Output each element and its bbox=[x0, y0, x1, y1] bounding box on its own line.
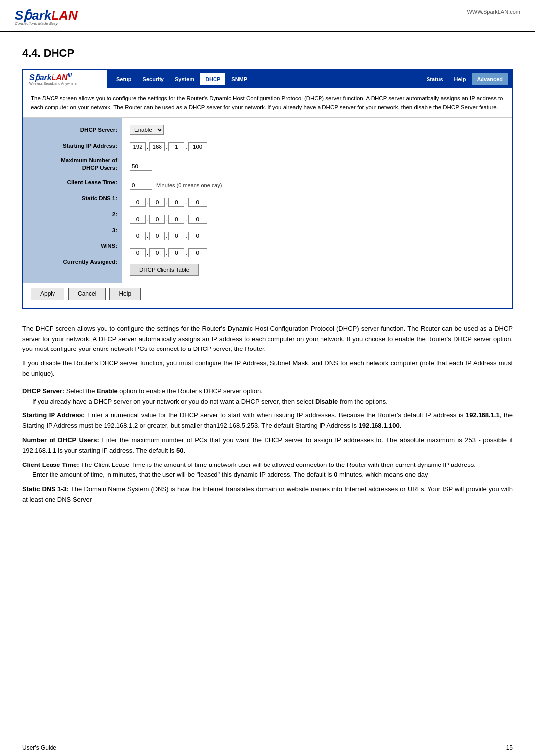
ip-part-3[interactable] bbox=[168, 142, 184, 151]
section-title: 4.4. DHCP bbox=[22, 47, 513, 59]
row-assigned: DHCP Clients Table bbox=[130, 262, 504, 278]
ip-part-1[interactable] bbox=[130, 142, 146, 151]
term-num-users: Number of DHCP Users: bbox=[22, 436, 99, 444]
nav-system[interactable]: System bbox=[170, 73, 199, 85]
dns2-part-2[interactable] bbox=[149, 215, 165, 224]
label-lease-time: Client Lease Time: bbox=[23, 174, 122, 190]
dns3-part-1[interactable] bbox=[130, 232, 146, 240]
row-dns1: . . . bbox=[130, 194, 504, 210]
nav-advanced[interactable]: Advanced bbox=[472, 73, 508, 85]
row-wins: . . . bbox=[130, 245, 504, 261]
dns1-part-2[interactable] bbox=[149, 198, 165, 207]
ip-dot-3: . bbox=[185, 144, 187, 150]
term-dns-text: The Domain Name System (DNS) is how the … bbox=[22, 485, 513, 503]
max-users-input[interactable] bbox=[130, 162, 152, 171]
dhcp-server-sub: If you already have a DHCP server on you… bbox=[32, 397, 513, 407]
nav-snmp[interactable]: SNMP bbox=[226, 73, 252, 85]
description-area: The DHCP screen allows you to configure … bbox=[23, 88, 512, 118]
header-logo: SƥarkLAN Connections Made Easy bbox=[15, 9, 78, 26]
row-lease-time: Minutes (0 means one day) bbox=[130, 177, 504, 193]
list-item-starting-ip: Starting IP Address: Enter a numerical v… bbox=[22, 410, 513, 431]
footer-right: 15 bbox=[506, 744, 513, 751]
footer-left: User's Guide bbox=[22, 744, 56, 751]
form-area: DHCP Server: Starting IP Address: Maximu… bbox=[23, 118, 512, 283]
list-item-dns: Static DNS 1-3: The Domain Name System (… bbox=[22, 484, 513, 505]
nav-security[interactable]: Security bbox=[138, 73, 169, 85]
nav-status[interactable]: Status bbox=[422, 73, 448, 85]
apply-button[interactable]: Apply bbox=[31, 288, 64, 300]
nav-help[interactable]: Help bbox=[449, 73, 471, 85]
lease-time-hint: Minutes (0 means one day) bbox=[156, 182, 222, 188]
ip-dot-1: . bbox=[147, 144, 148, 150]
dns2-part-4[interactable] bbox=[188, 215, 207, 224]
form-inputs: Enable Disable . . . bbox=[122, 118, 512, 283]
dns3-part-4[interactable] bbox=[188, 232, 207, 240]
body-para-1: The DHCP screen allows you to configure … bbox=[22, 324, 513, 354]
lease-time-sub: Enter the amount of time, in minutes, th… bbox=[32, 470, 513, 480]
description-text: The DHCP screen allows you to configure … bbox=[31, 95, 503, 110]
term-dhcp-server-text: Select the Enable option to enable the R… bbox=[66, 387, 263, 395]
label-dhcp-server: DHCP Server: bbox=[23, 122, 122, 138]
row-dns2: . . . bbox=[130, 211, 504, 227]
dns2-part-1[interactable] bbox=[130, 215, 146, 224]
term-starting-ip-text: Enter a numerical value for the DHCP ser… bbox=[22, 411, 513, 429]
wins-part-4[interactable] bbox=[188, 248, 207, 257]
page-footer: User's Guide 15 bbox=[0, 739, 535, 756]
dns2-part-3[interactable] bbox=[168, 215, 184, 224]
row-dns3: . . . bbox=[130, 228, 504, 244]
label-dns3: 3: bbox=[23, 222, 122, 238]
label-assigned: Currently Assigned: bbox=[23, 254, 122, 270]
label-starting-ip: Starting IP Address: bbox=[23, 138, 122, 154]
row-dhcp-server: Enable Disable bbox=[130, 122, 504, 138]
logo-tagline: Connections Made Easy bbox=[15, 22, 78, 26]
form-labels: DHCP Server: Starting IP Address: Maximu… bbox=[23, 118, 122, 283]
nav-logo: SƥarkLANIII Wireless Broadband Anywhere bbox=[23, 70, 107, 88]
label-dns2: 2: bbox=[23, 206, 122, 222]
term-dns: Static DNS 1-3: bbox=[22, 485, 69, 493]
wins-part-1[interactable] bbox=[130, 248, 146, 257]
row-max-users bbox=[130, 156, 504, 176]
router-ui-box: SƥarkLANIII Wireless Broadband Anywhere … bbox=[22, 69, 513, 309]
ip-part-4[interactable] bbox=[188, 142, 207, 151]
list-item-num-users: Number of DHCP Users: Enter the maximum … bbox=[22, 435, 513, 456]
row-starting-ip: . . . bbox=[130, 139, 504, 155]
term-dhcp-server: DHCP Server: bbox=[22, 387, 64, 395]
dns1-part-4[interactable] bbox=[188, 198, 207, 207]
dhcp-clients-button[interactable]: DHCP Clients Table bbox=[130, 264, 199, 276]
cancel-button[interactable]: Cancel bbox=[68, 288, 106, 300]
label-max-users: Maximum Number of DHCP Users: bbox=[23, 154, 122, 174]
dns3-part-3[interactable] bbox=[168, 232, 184, 240]
label-dns1: Static DNS 1: bbox=[23, 190, 122, 206]
page-header: SƥarkLAN Connections Made Easy WWW.Spark… bbox=[0, 0, 535, 32]
page-content: 4.4. DHCP SƥarkLANIII Wireless Broadband… bbox=[0, 32, 535, 527]
body-para-2: If you disable the Router's DHCP server … bbox=[22, 358, 513, 379]
body-text: The DHCP screen allows you to configure … bbox=[22, 324, 513, 379]
wins-part-3[interactable] bbox=[168, 248, 184, 257]
lease-time-input[interactable] bbox=[130, 181, 152, 190]
dns1-part-3[interactable] bbox=[168, 198, 184, 207]
nav-dhcp[interactable]: DHCP bbox=[200, 73, 225, 85]
nav-bar: SƥarkLANIII Wireless Broadband Anywhere … bbox=[23, 70, 512, 88]
dns3-part-2[interactable] bbox=[149, 232, 165, 240]
term-starting-ip: Starting IP Address: bbox=[22, 411, 85, 419]
ip-dot-2: . bbox=[166, 144, 167, 150]
list-item-lease-time: Client Lease Time: The Client Lease Time… bbox=[22, 460, 513, 481]
nav-items: Setup Security System DHCP SNMP Status H… bbox=[107, 73, 512, 85]
list-item-dhcp-server: DHCP Server: Select the Enable option to… bbox=[22, 386, 513, 407]
label-wins: WINS: bbox=[23, 238, 122, 254]
term-lease-time: Client Lease Time: bbox=[22, 461, 79, 468]
dhcp-server-select[interactable]: Enable Disable bbox=[130, 125, 164, 135]
logo-text: SƥarkLAN bbox=[15, 9, 78, 22]
website-url: WWW.SparkLAN.com bbox=[467, 9, 520, 15]
nav-setup[interactable]: Setup bbox=[111, 73, 137, 85]
term-lease-time-text: The Client Lease Time is the amount of t… bbox=[81, 461, 476, 468]
help-button[interactable]: Help bbox=[109, 288, 141, 300]
dns1-part-1[interactable] bbox=[130, 198, 146, 207]
body-list: DHCP Server: Select the Enable option to… bbox=[22, 386, 513, 505]
buttons-area: Apply Cancel Help bbox=[23, 283, 512, 308]
wins-part-2[interactable] bbox=[149, 248, 165, 257]
ip-part-2[interactable] bbox=[149, 142, 165, 151]
